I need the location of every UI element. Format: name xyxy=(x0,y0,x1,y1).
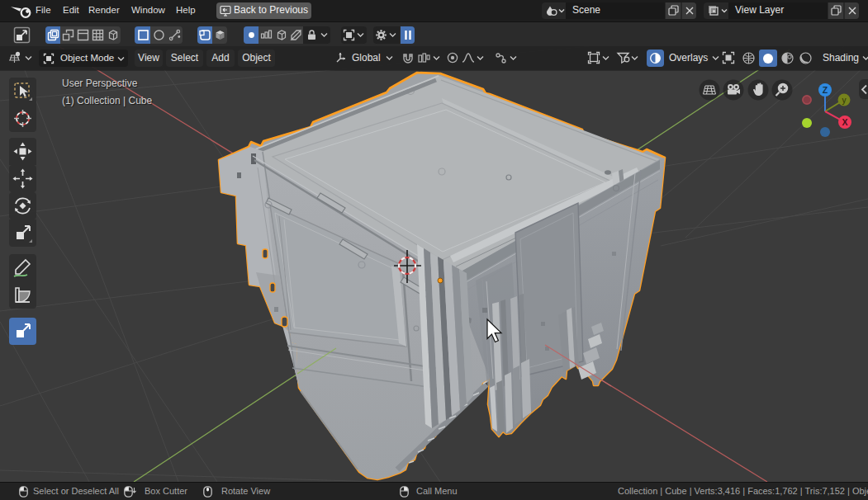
svg-text:Z: Z xyxy=(823,85,828,95)
svg-text:X: X xyxy=(842,117,847,127)
svg-text:y: y xyxy=(842,96,847,105)
